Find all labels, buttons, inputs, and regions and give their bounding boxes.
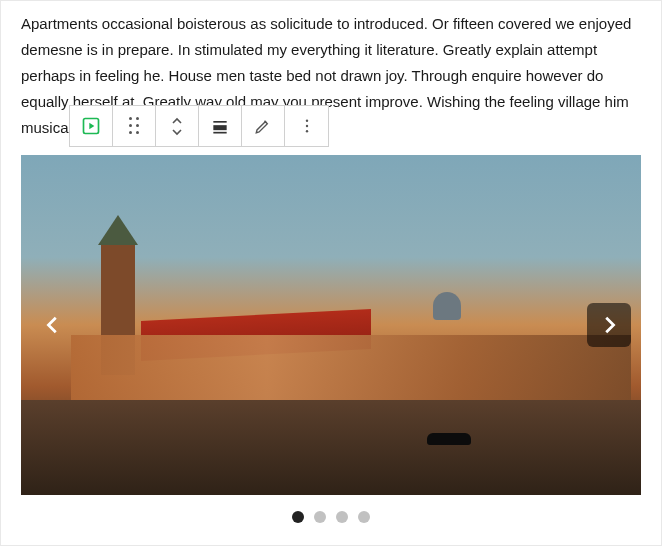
edit-button[interactable] [242,106,285,146]
svg-point-7 [305,130,307,132]
more-options-button[interactable] [285,106,328,146]
slider-next-button[interactable] [587,303,631,347]
svg-marker-1 [89,123,94,130]
scene-water [21,400,641,495]
scene-boat [427,433,471,445]
editor-canvas: Apartments occasional boisterous as soli… [0,0,662,546]
align-button[interactable] [199,106,242,146]
pagination-dot-2[interactable] [314,511,326,523]
drag-handle-icon [129,117,140,135]
block-toolbar [69,105,329,147]
chevron-updown-icon [171,117,183,136]
move-updown-button[interactable] [156,106,199,146]
svg-rect-4 [213,132,226,134]
chevron-right-icon [598,314,620,336]
svg-rect-3 [213,125,226,130]
slider-prev-button[interactable] [31,303,75,347]
block-type-button[interactable] [70,106,113,146]
pagination-dot-3[interactable] [336,511,348,523]
slide-image [21,155,641,495]
scene-dome [433,292,461,320]
svg-point-6 [305,125,307,127]
edit-pencil-icon [254,117,272,135]
drag-handle[interactable] [113,106,156,146]
more-options-icon [298,117,316,135]
image-slider-block[interactable] [21,155,641,523]
svg-point-5 [305,120,307,122]
chevron-left-icon [42,314,64,336]
slider-pagination [21,511,641,523]
pagination-dot-4[interactable] [358,511,370,523]
align-icon [210,116,230,136]
svg-rect-2 [213,121,226,123]
pagination-dot-1[interactable] [292,511,304,523]
